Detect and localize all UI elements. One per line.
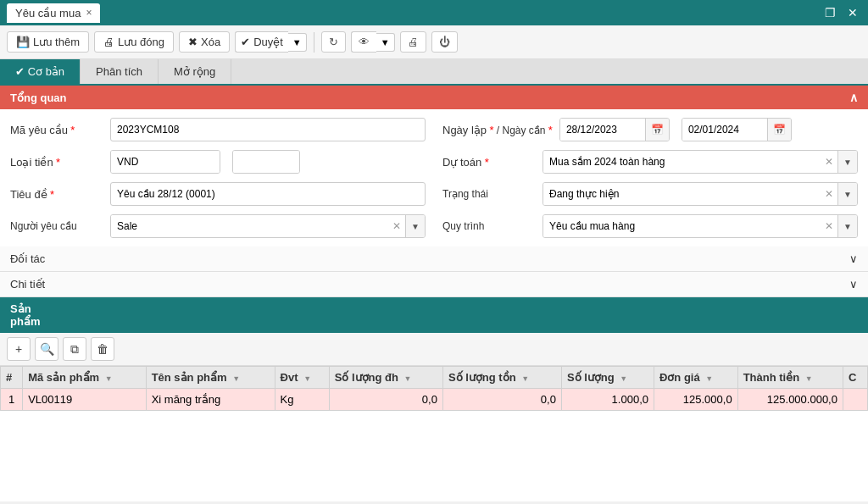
product-search-button[interactable]: 🔍 bbox=[35, 337, 58, 361]
filter-so-luong-dh-icon[interactable]: ▼ bbox=[404, 374, 412, 383]
title-tab: Yêu cầu mua × bbox=[7, 3, 100, 23]
du-toan-label: Dự toán * bbox=[442, 156, 536, 169]
doi-tac-row[interactable]: Đối tác ∨ bbox=[0, 246, 868, 272]
san-pham-header-filler bbox=[68, 297, 868, 333]
tabs-bar: ✔ Cơ bản Phân tích Mở rộng bbox=[0, 59, 868, 86]
trang-thai-clear-button[interactable]: ✕ bbox=[821, 188, 837, 200]
ngay-lap-input[interactable] bbox=[560, 119, 645, 141]
chi-tiet-collapse-icon: ∨ bbox=[849, 278, 858, 291]
cell-thanh-tien: 125.000.000,0 bbox=[737, 389, 843, 411]
ma-yeu-cau-input[interactable] bbox=[110, 118, 426, 141]
ty-gia-input-wrap: ▲ ▼ bbox=[232, 150, 300, 174]
product-copy-button[interactable]: ⧉ bbox=[63, 337, 86, 361]
view-dropdown-button[interactable]: ▼ bbox=[376, 33, 395, 52]
tab-close-icon[interactable]: × bbox=[86, 7, 92, 19]
du-toan-dropdown-button[interactable]: ▼ bbox=[837, 151, 857, 173]
nguoi-yeu-cau-input-wrap: ✕ ▼ bbox=[110, 214, 426, 238]
doi-tac-collapse-icon: ∨ bbox=[849, 252, 858, 265]
tong-quan-header[interactable]: Tổng quan ∧ bbox=[0, 86, 868, 109]
ty-gia-input[interactable] bbox=[233, 151, 300, 173]
delete-button[interactable]: ✖ Xóa bbox=[179, 31, 230, 53]
filter-dvt-icon[interactable]: ▼ bbox=[303, 374, 311, 383]
product-add-button[interactable]: + bbox=[7, 337, 31, 361]
delete-icon: ✖ bbox=[188, 36, 198, 48]
filter-so-luong-ton-icon[interactable]: ▼ bbox=[521, 374, 529, 383]
power-button[interactable]: ⏻ bbox=[431, 31, 458, 53]
ngay-can-input[interactable] bbox=[682, 119, 767, 141]
filter-so-luong-icon[interactable]: ▼ bbox=[620, 374, 627, 383]
ngay-can-calendar-icon[interactable]: 📅 bbox=[767, 119, 791, 141]
approve-label: Duyệt bbox=[253, 36, 283, 48]
nguoi-yeu-cau-input[interactable] bbox=[111, 215, 388, 237]
nguoi-yeu-cau-label: Người yêu cầu bbox=[10, 220, 103, 232]
toolbar: 💾 Lưu thêm 🖨 Lưu đóng ✖ Xóa ✔ Duyệt ▼ ↻ … bbox=[0, 25, 868, 59]
approve-dropdown-button[interactable]: ▼ bbox=[288, 33, 307, 52]
quy-trinh-input-wrap: ✕ ▼ bbox=[542, 214, 858, 238]
loai-tien-input[interactable] bbox=[111, 151, 220, 173]
delete-label: Xóa bbox=[201, 36, 220, 48]
print-button[interactable]: 🖨 bbox=[400, 31, 426, 53]
tong-quan-collapse-icon: ∧ bbox=[849, 91, 858, 104]
trang-thai-input[interactable] bbox=[543, 183, 821, 205]
save-add-label: Lưu thêm bbox=[33, 36, 80, 48]
cell-ma-san-pham: VL00119 bbox=[23, 389, 146, 411]
filter-thanh-tien-icon[interactable]: ▼ bbox=[805, 374, 813, 383]
col-header-ma-san-pham: Mã sản phẩm ▼ bbox=[23, 367, 146, 389]
chi-tiet-label: Chi tiết bbox=[10, 278, 45, 291]
title-bar: Yêu cầu mua × ❐ ✕ bbox=[0, 0, 868, 25]
approve-check-icon: ✔ bbox=[241, 36, 250, 48]
filter-ma-san-pham-icon[interactable]: ▼ bbox=[105, 374, 113, 383]
tieu-de-label: Tiêu đề * bbox=[10, 188, 103, 201]
close-window-button[interactable]: ✕ bbox=[844, 4, 861, 21]
approve-button[interactable]: ✔ Duyệt bbox=[235, 31, 288, 53]
product-toolbar: + 🔍 ⧉ 🗑 bbox=[0, 333, 868, 366]
product-table-body: 1 VL00119 Xi măng trắng Kg 0,0 0,0 1.000… bbox=[1, 389, 868, 411]
ma-yeu-cau-label: Mã yêu cầu * bbox=[10, 124, 103, 136]
save-close-button[interactable]: 🖨 Lưu đóng bbox=[94, 31, 174, 53]
du-toan-input[interactable] bbox=[543, 151, 821, 173]
col-header-so-luong: Số lượng ▼ bbox=[561, 367, 654, 389]
quy-trinh-row: Quy trình ✕ ▼ bbox=[442, 213, 858, 240]
tab-label: Yêu cầu mua bbox=[15, 7, 81, 19]
ngay-lap-calendar-icon[interactable]: 📅 bbox=[645, 119, 669, 141]
quy-trinh-input[interactable] bbox=[543, 215, 821, 237]
save-add-button[interactable]: 💾 Lưu thêm bbox=[7, 31, 89, 53]
col-header-so-luong-ton: Số lượng tồn ▼ bbox=[442, 367, 561, 389]
loai-tien-row: Loại tiền * ✕ ▼ ▲ ▼ bbox=[10, 148, 426, 175]
nguoi-yeu-cau-clear-button[interactable]: ✕ bbox=[388, 220, 405, 232]
product-table: # Mã sản phẩm ▼ Tên sản phẩm ▼ Đvt ▼ Số … bbox=[0, 366, 868, 411]
doi-tac-label: Đối tác bbox=[10, 252, 45, 265]
tieu-de-input[interactable] bbox=[110, 182, 426, 206]
restore-button[interactable]: ❐ bbox=[821, 4, 839, 21]
separator-1 bbox=[314, 32, 314, 53]
tong-quan-form: Mã yêu cầu * Ngày lập * / Ngày cần * 📅 📅 bbox=[0, 109, 868, 246]
nguoi-yeu-cau-dropdown-button[interactable]: ▼ bbox=[405, 215, 425, 237]
tab-co-ban[interactable]: ✔ Cơ bản bbox=[0, 59, 81, 84]
tab-phan-tich[interactable]: Phân tích bbox=[81, 59, 159, 84]
quy-trinh-clear-button[interactable]: ✕ bbox=[821, 220, 837, 232]
loai-tien-label: Loại tiền * bbox=[10, 156, 103, 169]
tieu-de-row: Tiêu đề * bbox=[10, 180, 426, 208]
filter-ten-san-pham-icon[interactable]: ▼ bbox=[232, 374, 240, 383]
san-pham-section: Sản phẩm bbox=[0, 297, 868, 333]
col-header-thanh-tien: Thành tiền ▼ bbox=[737, 367, 843, 389]
cell-c bbox=[843, 389, 867, 411]
cell-so-luong: 1.000,0 bbox=[561, 389, 654, 411]
product-delete-button[interactable]: 🗑 bbox=[91, 337, 114, 361]
tab-mo-rong[interactable]: Mở rộng bbox=[159, 59, 231, 84]
cell-don-gia: 125.000,0 bbox=[654, 389, 737, 411]
save-close-label: Lưu đóng bbox=[118, 36, 164, 48]
trang-thai-dropdown-button[interactable]: ▼ bbox=[837, 183, 857, 205]
du-toan-clear-button[interactable]: ✕ bbox=[821, 156, 837, 168]
main-content: Tổng quan ∧ Mã yêu cầu * Ngày lập * / Ng… bbox=[0, 86, 868, 501]
chi-tiet-row[interactable]: Chi tiết ∨ bbox=[0, 272, 868, 297]
filter-don-gia-icon[interactable]: ▼ bbox=[705, 374, 713, 383]
cell-so-luong-dh: 0,0 bbox=[329, 389, 442, 411]
tab-co-ban-icon: ✔ bbox=[15, 65, 25, 78]
quy-trinh-dropdown-button[interactable]: ▼ bbox=[837, 215, 857, 237]
ngay-lap-label: Ngày lập * / Ngày cần * bbox=[442, 124, 553, 136]
tong-quan-title: Tổng quan bbox=[10, 91, 67, 104]
refresh-button[interactable]: ↻ bbox=[321, 31, 346, 53]
view-button[interactable]: 👁 bbox=[351, 31, 376, 53]
window-controls: ❐ ✕ bbox=[821, 4, 861, 21]
